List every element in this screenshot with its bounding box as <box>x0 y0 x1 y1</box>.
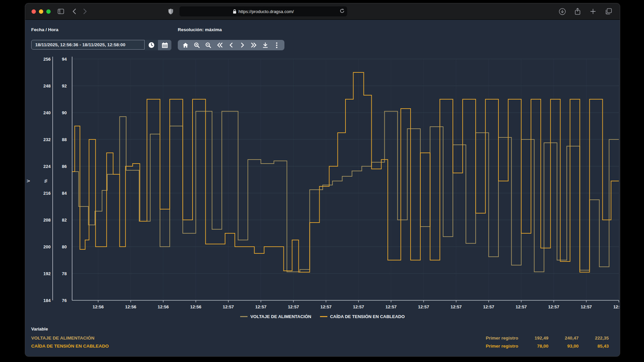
percent-tick-label: 92 <box>62 83 67 88</box>
table-row-drop[interactable]: CAÍDA DE TENSIÓN EN CABLEADO Primer regi… <box>31 342 609 350</box>
download-circle-icon[interactable] <box>557 6 568 17</box>
reload-icon[interactable] <box>340 8 344 14</box>
voltage-tick-label: 240 <box>43 110 51 115</box>
percent-tick-label: 86 <box>62 164 67 169</box>
voltage-tick-label: 200 <box>43 244 51 249</box>
x-tick-label: 12:57 <box>353 304 364 309</box>
percent-tick-label: 90 <box>62 110 67 115</box>
url-bar[interactable]: https://producto.dragsa.com/ <box>179 6 347 16</box>
close-button[interactable] <box>32 9 36 14</box>
new-tab-icon[interactable] <box>588 6 598 17</box>
timeseries-chart[interactable]: 2562482402322242162082001921849492908886… <box>25 44 620 312</box>
chart-legend: VOLTAJE DE ALIMENTACIÓN CAÍDA DE TENSIÓN… <box>25 314 620 319</box>
percent-axis-unit: % <box>44 179 48 183</box>
browser-chrome: https://producto.dragsa.com/ <box>25 3 620 20</box>
minimize-button[interactable] <box>39 9 43 14</box>
table-header: Variable <box>31 326 609 334</box>
table-row-voltage[interactable]: VOLTAJE DE ALIMENTACIÓN Primer registro … <box>31 334 609 342</box>
row-label: VOLTAJE DE ALIMENTACIÓN <box>31 336 465 341</box>
resolution-label: Resolución: máxima <box>178 27 222 32</box>
x-tick-label: 12:57 <box>418 304 429 309</box>
percent-tick-label: 80 <box>62 244 67 249</box>
legend-label: CAÍDA DE TENSIÓN EN CABLEADO <box>330 314 405 319</box>
x-tick-label: 12:58 <box>613 304 620 309</box>
percent-tick-label: 94 <box>62 57 67 62</box>
zoom-button[interactable] <box>46 9 51 14</box>
url-text: https://producto.dragsa.com/ <box>238 9 294 14</box>
date-range-label: Fecha / Hora <box>31 27 58 32</box>
lock-icon <box>233 9 236 14</box>
stat-max: 240,47 <box>548 336 579 341</box>
voltage-tick-label: 184 <box>43 298 51 303</box>
stat-min: 78,00 <box>518 344 548 349</box>
variables-table: Variable VOLTAJE DE ALIMENTACIÓN Primer … <box>31 326 609 350</box>
percent-tick-label: 88 <box>62 137 67 142</box>
stat-label: Primer registro <box>465 344 518 349</box>
stat-avg: 222,35 <box>579 336 609 341</box>
x-tick-label: 12:57 <box>581 304 592 309</box>
legend-label: VOLTAJE DE ALIMENTACIÓN <box>250 314 311 319</box>
x-tick-label: 12:57 <box>483 304 494 309</box>
browser-window: https://producto.dragsa.com/ <box>25 3 620 356</box>
percent-tick-label: 76 <box>62 298 67 303</box>
series-voltage <box>72 111 619 272</box>
x-tick-label: 12:57 <box>288 304 299 309</box>
x-tick-label: 12:57 <box>320 304 331 309</box>
window-controls <box>32 9 51 14</box>
x-tick-label: 12:56 <box>125 304 136 309</box>
drop-series-swatch <box>320 316 327 317</box>
x-tick-label: 12:57 <box>516 304 527 309</box>
voltage-tick-label: 216 <box>43 191 51 196</box>
x-tick-label: 12:57 <box>450 304 462 309</box>
legend-item-voltage[interactable]: VOLTAJE DE ALIMENTACIÓN <box>240 314 311 319</box>
voltage-tick-label: 208 <box>43 218 51 223</box>
forward-icon[interactable] <box>79 6 90 17</box>
x-tick-label: 12:57 <box>385 304 396 309</box>
shield-icon[interactable] <box>165 6 176 17</box>
desktop-background: https://producto.dragsa.com/ <box>0 0 644 362</box>
voltage-series-swatch <box>240 316 248 317</box>
back-icon[interactable] <box>69 6 79 17</box>
x-tick-label: 12:57 <box>548 304 559 309</box>
voltage-axis-unit: V <box>26 180 31 182</box>
row-label: CAÍDA DE TENSIÓN EN CABLEADO <box>31 344 465 349</box>
x-tick-label: 12:57 <box>223 304 234 309</box>
x-tick-label: 12:56 <box>158 304 169 309</box>
stat-label: Primer registro <box>465 336 518 341</box>
percent-tick-label: 84 <box>62 191 67 196</box>
x-tick-label: 12:56 <box>190 304 201 309</box>
stat-min: 192,49 <box>518 336 548 341</box>
legend-item-drop[interactable]: CAÍDA DE TENSIÓN EN CABLEADO <box>320 314 405 319</box>
page-content: Fecha / Hora Resolución: máxima 25624824… <box>25 20 620 356</box>
series-drop <box>72 72 619 272</box>
sidebar-icon[interactable] <box>55 6 66 17</box>
percent-tick-label: 82 <box>62 218 67 223</box>
stat-max: 93,00 <box>548 344 579 349</box>
voltage-tick-label: 232 <box>43 137 51 142</box>
share-icon[interactable] <box>572 6 583 17</box>
voltage-tick-label: 256 <box>43 57 51 62</box>
x-tick-label: 12:56 <box>93 304 104 309</box>
voltage-tick-label: 248 <box>43 83 51 88</box>
voltage-tick-label: 224 <box>43 164 51 169</box>
x-tick-label: 12:57 <box>255 304 266 309</box>
stat-avg: 85,43 <box>579 344 609 349</box>
tab-overview-icon[interactable] <box>603 6 614 17</box>
voltage-tick-label: 192 <box>43 271 51 276</box>
percent-tick-label: 78 <box>62 271 67 276</box>
